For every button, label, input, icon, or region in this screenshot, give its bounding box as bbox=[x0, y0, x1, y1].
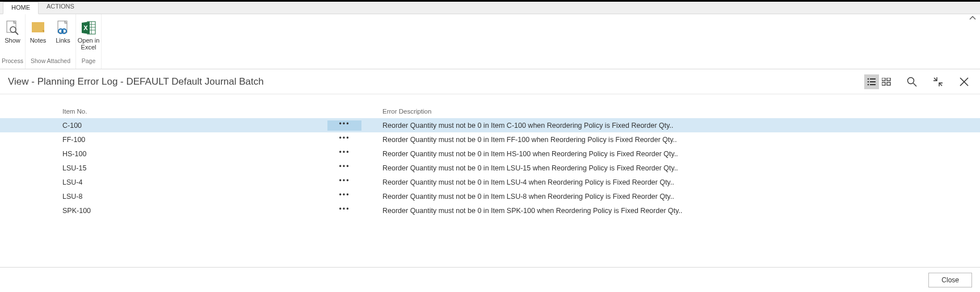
ribbon-tab-strip: HOME ACTIONS bbox=[0, 2, 980, 14]
table-row[interactable]: HS-100•••Reorder Quantity must not be 0 … bbox=[0, 147, 980, 161]
svg-line-25 bbox=[934, 78, 937, 81]
svg-rect-14 bbox=[870, 78, 876, 80]
tab-home[interactable]: HOME bbox=[3, 2, 39, 14]
cell-desc: Reorder Quantity must not be 0 in Item L… bbox=[382, 193, 980, 201]
error-grid: Item No. Error Description C-100•••Reord… bbox=[0, 94, 980, 218]
svg-point-13 bbox=[868, 78, 869, 80]
col-header-item[interactable]: Item No. bbox=[62, 108, 306, 115]
cell-desc: Reorder Quantity must not be 0 in Item H… bbox=[382, 150, 980, 158]
ribbon-group-page: X Open in Excel Page bbox=[76, 14, 102, 69]
tile-view-button[interactable] bbox=[879, 74, 894, 89]
svg-rect-16 bbox=[870, 81, 876, 82]
note-icon bbox=[30, 20, 46, 36]
svg-point-23 bbox=[908, 77, 914, 84]
links-button[interactable]: Links bbox=[51, 18, 75, 57]
page-tools bbox=[864, 74, 972, 90]
cell-desc: Reorder Quantity must not be 0 in Item F… bbox=[382, 136, 980, 144]
row-actions-icon[interactable]: ••• bbox=[327, 191, 361, 202]
table-row[interactable]: SPK-100•••Reorder Quantity must not be 0… bbox=[0, 203, 980, 218]
group-label-attached: Show Attached bbox=[26, 57, 75, 69]
table-row[interactable]: C-100•••Reorder Quantity must not be 0 i… bbox=[0, 118, 980, 132]
svg-rect-21 bbox=[882, 82, 885, 85]
page-title: View - Planning Error Log - DEFAULT Defa… bbox=[8, 76, 864, 87]
notes-label: Notes bbox=[30, 37, 47, 44]
row-actions-icon[interactable]: ••• bbox=[327, 163, 361, 173]
row-actions-icon[interactable]: ••• bbox=[327, 135, 361, 145]
cell-desc: Reorder Quantity must not be 0 in Item L… bbox=[382, 178, 980, 186]
row-actions-icon[interactable]: ••• bbox=[327, 120, 361, 131]
row-actions-icon[interactable]: ••• bbox=[327, 149, 361, 159]
svg-point-15 bbox=[868, 81, 869, 82]
row-actions-icon[interactable]: ••• bbox=[327, 206, 361, 216]
svg-text:X: X bbox=[83, 24, 88, 31]
page-title-row: View - Planning Error Log - DEFAULT Defa… bbox=[0, 69, 980, 94]
svg-line-26 bbox=[939, 83, 942, 86]
view-toggle bbox=[864, 74, 894, 89]
cell-item: LSU-15 bbox=[62, 164, 306, 172]
footer: Close bbox=[0, 267, 980, 292]
svg-rect-19 bbox=[882, 78, 885, 81]
collapse-button[interactable] bbox=[930, 74, 946, 90]
svg-line-2 bbox=[15, 32, 18, 35]
cell-item: LSU-8 bbox=[62, 193, 306, 201]
group-label-process: Process bbox=[0, 57, 25, 69]
ribbon: Show Process Notes bbox=[0, 14, 980, 69]
excel-label: Open in Excel bbox=[78, 37, 100, 51]
show-button[interactable]: Show bbox=[0, 18, 25, 57]
cell-desc: Reorder Quantity must not be 0 in Item L… bbox=[382, 164, 980, 172]
cell-item: HS-100 bbox=[62, 150, 306, 158]
svg-point-17 bbox=[868, 84, 869, 85]
cell-item: FF-100 bbox=[62, 136, 306, 144]
open-in-excel-button[interactable]: X Open in Excel bbox=[76, 18, 101, 57]
cell-item: SPK-100 bbox=[62, 207, 306, 215]
tab-actions[interactable]: ACTIONS bbox=[39, 1, 82, 14]
table-row[interactable]: LSU-15•••Reorder Quantity must not be 0 … bbox=[0, 161, 980, 175]
page-link-icon bbox=[55, 20, 71, 36]
search-button[interactable] bbox=[904, 74, 920, 90]
ribbon-group-process: Show Process bbox=[0, 14, 26, 69]
table-row[interactable]: LSU-8•••Reorder Quantity must not be 0 i… bbox=[0, 189, 980, 203]
cell-item: LSU-4 bbox=[62, 178, 306, 186]
close-button[interactable]: Close bbox=[928, 273, 972, 287]
show-label: Show bbox=[5, 37, 20, 44]
cell-item: C-100 bbox=[62, 122, 306, 130]
svg-rect-18 bbox=[870, 84, 876, 85]
ribbon-collapse-icon[interactable] bbox=[969, 14, 977, 22]
svg-rect-20 bbox=[887, 78, 890, 81]
cell-desc: Reorder Quantity must not be 0 in Item S… bbox=[382, 207, 980, 215]
list-view-button[interactable] bbox=[864, 74, 879, 89]
excel-icon: X bbox=[81, 20, 96, 36]
table-row[interactable]: LSU-4•••Reorder Quantity must not be 0 i… bbox=[0, 175, 980, 189]
grid-body: C-100•••Reorder Quantity must not be 0 i… bbox=[0, 118, 980, 218]
close-icon[interactable] bbox=[956, 74, 972, 90]
grid-header: Item No. Error Description bbox=[0, 105, 980, 118]
svg-line-24 bbox=[914, 83, 917, 86]
ribbon-group-attached: Notes Links Show Attached bbox=[26, 14, 76, 69]
page-magnifier-icon bbox=[5, 20, 20, 36]
row-actions-icon[interactable]: ••• bbox=[327, 177, 361, 187]
notes-button[interactable]: Notes bbox=[26, 18, 51, 57]
cell-desc: Reorder Quantity must not be 0 in Item C… bbox=[382, 122, 980, 130]
table-row[interactable]: FF-100•••Reorder Quantity must not be 0 … bbox=[0, 132, 980, 147]
links-label: Links bbox=[56, 37, 70, 44]
svg-rect-22 bbox=[887, 82, 890, 85]
group-label-page: Page bbox=[76, 57, 101, 69]
col-header-desc[interactable]: Error Description bbox=[382, 108, 980, 115]
svg-rect-3 bbox=[32, 22, 44, 32]
